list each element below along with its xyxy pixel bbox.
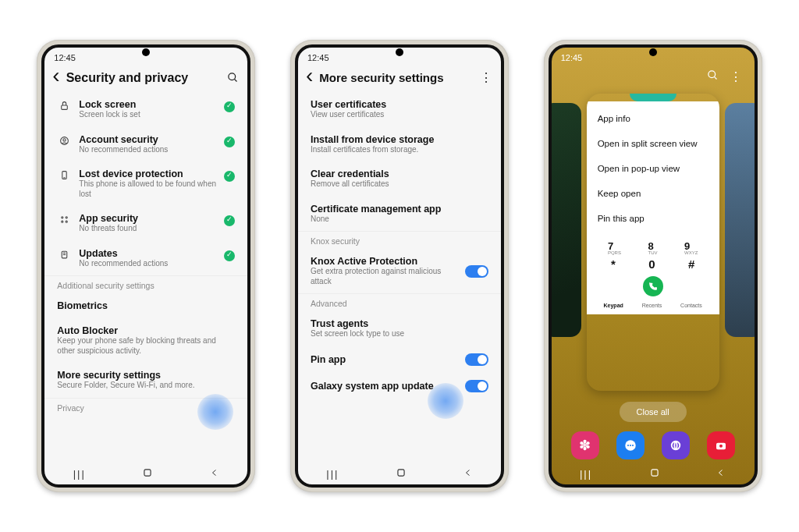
dial-key-0[interactable]: 0	[648, 257, 655, 271]
search-icon[interactable]	[225, 72, 240, 83]
item-user-certificates[interactable]: User certificates View user certificates	[298, 92, 501, 127]
toggle-switch[interactable]	[465, 265, 488, 278]
menu-pin-app[interactable]: Pin this app	[587, 206, 719, 231]
recent-card-right[interactable]	[725, 103, 758, 337]
item-sub: Keep your phone safe by blocking threats…	[57, 336, 235, 356]
back-icon[interactable]	[52, 69, 59, 86]
item-title: User certificates	[311, 99, 488, 110]
nav-home-icon[interactable]	[142, 467, 153, 481]
nav-recents-icon[interactable]: |||	[580, 468, 592, 480]
nav-home-icon[interactable]	[396, 467, 407, 481]
item-cert-management[interactable]: Certificate management app None	[298, 197, 501, 232]
item-sub: Install certificates from storage.	[311, 145, 488, 155]
nav-bar: |||	[552, 463, 755, 484]
item-title: Account security	[79, 134, 216, 145]
dial-row: 7PQRS 8TUV 9WXYZ	[595, 240, 712, 255]
item-sub: Get extra protection against malicious a…	[311, 267, 459, 286]
recent-card-left[interactable]	[549, 103, 581, 337]
app-bar: More security settings ⋮	[298, 68, 501, 92]
app-icon-tab[interactable]	[630, 94, 676, 101]
svg-point-0	[229, 73, 236, 80]
item-galaxy-update[interactable]: Galaxy system app update	[298, 373, 501, 399]
item-title: Knox Active Protection	[311, 256, 459, 267]
nav-back-icon[interactable]	[463, 468, 473, 480]
dock-internet-icon[interactable]	[662, 431, 690, 459]
item-install-storage[interactable]: Install from device storage Install cert…	[298, 127, 501, 162]
svg-point-19	[627, 445, 629, 446]
recent-card-center[interactable]: App info Open in split screen view Open …	[587, 94, 719, 391]
search-icon[interactable]	[707, 69, 719, 84]
item-more-security[interactable]: More security settings Secure Folder, Se…	[44, 363, 247, 398]
tab-keypad[interactable]: Keypad	[604, 303, 623, 308]
close-all-button[interactable]: Close all	[620, 402, 687, 422]
menu-keep-open[interactable]: Keep open	[587, 181, 719, 206]
item-title: More security settings	[57, 370, 235, 381]
nav-home-icon[interactable]	[649, 467, 660, 481]
account-icon	[57, 134, 71, 146]
more-icon[interactable]: ⋮	[730, 69, 742, 84]
item-trust-agents[interactable]: Trust agents Set screen lock type to use	[298, 311, 501, 346]
updates-icon	[57, 248, 71, 260]
item-account-security[interactable]: Account security No recommended actions	[44, 127, 247, 162]
check-badge	[224, 171, 235, 182]
page-title: More security settings	[319, 71, 473, 84]
menu-app-info[interactable]: App info	[587, 106, 719, 131]
dial-key-star[interactable]: *	[611, 257, 616, 271]
svg-point-21	[632, 445, 634, 446]
dial-key-7[interactable]: 7PQRS	[608, 240, 621, 255]
svg-rect-15	[398, 469, 404, 475]
back-icon[interactable]	[306, 69, 313, 86]
dock: ✽	[552, 427, 755, 463]
item-title: Galaxy system app update	[311, 381, 459, 392]
toggle-switch[interactable]	[465, 353, 488, 366]
call-button[interactable]	[643, 276, 663, 296]
item-biometrics[interactable]: Biometrics	[44, 293, 247, 318]
check-badge	[224, 215, 235, 226]
dial-tabs: Keypad Recents Contacts	[595, 300, 712, 308]
item-title: Clear credentials	[311, 168, 488, 179]
item-title: Pin app	[311, 354, 459, 365]
dial-key-hash[interactable]: #	[688, 257, 694, 271]
item-title: Biometrics	[57, 300, 235, 311]
menu-split-screen[interactable]: Open in split screen view	[587, 131, 719, 156]
dock-camera-icon[interactable]	[707, 431, 735, 459]
nav-back-icon[interactable]	[210, 468, 219, 480]
camera-hole	[396, 48, 403, 56]
dock-gallery-icon[interactable]: ✽	[571, 431, 599, 459]
tab-contacts[interactable]: Contacts	[680, 303, 702, 308]
svg-rect-2	[62, 105, 68, 109]
item-clear-credentials[interactable]: Clear credentials Remove all certificate…	[298, 161, 501, 197]
item-sub: No threats found	[79, 224, 216, 234]
context-menu: App info Open in split screen view Open …	[587, 101, 719, 236]
item-sub: No recommended actions	[79, 145, 216, 155]
svg-rect-14	[144, 469, 151, 475]
item-knox-protection[interactable]: Knox Active Protection Get extra protect…	[298, 249, 501, 293]
dial-key-8[interactable]: 8TUV	[648, 240, 657, 255]
item-pin-app[interactable]: Pin app	[298, 346, 501, 373]
more-icon[interactable]: ⋮	[479, 70, 493, 85]
item-sub: Remove all certificates	[311, 179, 488, 190]
nav-recents-icon[interactable]: |||	[73, 468, 86, 480]
dial-key-9[interactable]: 9WXYZ	[684, 240, 698, 255]
status-time: 12:45	[54, 53, 76, 62]
apps-icon	[57, 213, 71, 225]
item-lost-device[interactable]: Lost device protection This phone is all…	[44, 161, 247, 206]
item-sub: Secure Folder, Secure Wi-Fi, and more.	[57, 381, 235, 391]
dock-messages-icon[interactable]	[616, 431, 645, 459]
item-sub: Set screen lock type to use	[311, 329, 488, 339]
lock-icon	[57, 99, 71, 111]
nav-recents-icon[interactable]: |||	[326, 468, 339, 480]
item-lock-screen[interactable]: Lock screen Screen lock is set	[44, 92, 247, 127]
tab-recents[interactable]: Recents	[642, 303, 662, 308]
svg-rect-26	[652, 469, 658, 475]
svg-line-1	[234, 79, 236, 81]
nav-back-icon[interactable]	[716, 468, 726, 480]
toggle-switch[interactable]	[465, 380, 488, 392]
item-auto-blocker[interactable]: Auto Blocker Keep your phone safe by blo…	[44, 318, 247, 363]
camera-hole	[142, 48, 150, 56]
item-updates[interactable]: Updates No recommended actions	[44, 241, 247, 276]
menu-popup-view[interactable]: Open in pop-up view	[587, 156, 719, 181]
screen-2: 12:45 More security settings ⋮ User cert…	[295, 44, 504, 488]
check-badge	[224, 250, 235, 261]
item-app-security[interactable]: App security No threats found	[44, 206, 247, 241]
